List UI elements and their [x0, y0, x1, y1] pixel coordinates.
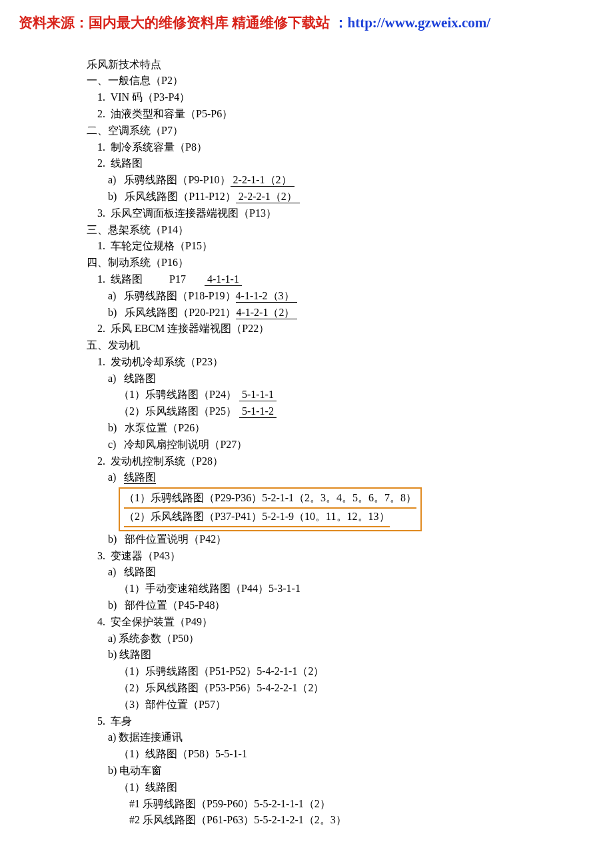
outline-line: 2. 乐风 EBCM 连接器端视图（P22）	[87, 321, 613, 337]
separator: ：	[330, 15, 347, 31]
outline-line: b) 线路图	[87, 647, 613, 663]
outline-line: （1）线路图（P58）5-5-1-1	[87, 746, 613, 763]
outline-line: 3. 变速器（P43）	[87, 548, 613, 565]
highlighted-link[interactable]: （1）乐骋线路图（P29-P36）5-2-1-1（2。3。4。5。6。7。8）	[124, 490, 416, 509]
outline-line: b) 部件位置（P45-P48）	[87, 597, 613, 614]
outline-line: b) 水泵位置（P26）	[87, 420, 613, 437]
source-label: 资料来源：	[19, 15, 89, 31]
reference-link[interactable]: 5-1-1-1	[239, 389, 277, 401]
outline-line: （1）手动变速箱线路图（P44）5-3-1-1	[87, 581, 613, 597]
outline-line: （1）线路图	[87, 779, 613, 796]
highlight-box: （1）乐骋线路图（P29-P36）5-2-1-1（2。3。4。5。6。7。8）（…	[119, 487, 422, 531]
outline-line: #1 乐骋线路图（P59-P60）5-5-2-1-1-1（2）	[87, 796, 613, 813]
outline-line: 4. 安全保护装置（P49）	[87, 614, 613, 631]
outline-line: 一、一般信息（P2）	[87, 73, 613, 89]
reference-link[interactable]: 线路图	[124, 471, 156, 484]
reference-link[interactable]: 5-1-1-2	[239, 405, 277, 418]
outline-line: a) 线路图	[87, 371, 613, 387]
page-header: 资料来源：国内最大的维修资料库 精通维修下载站 ：http://www.gzwe…	[0, 0, 613, 41]
line-text: a)	[87, 471, 124, 483]
outline-line: b) 乐风线路图（P20-P21）4-1-2-1（2）	[87, 305, 613, 321]
outline-line: 2. 油液类型和容量（P5-P6）	[87, 106, 613, 123]
outline-line: a) 数据连接通讯	[87, 729, 613, 746]
outline-line: #2 乐风线路图（P61-P63）5-5-2-1-2-1（2。3）	[87, 812, 613, 829]
outline-line: 5. 车身	[87, 713, 613, 730]
outline-line: a) 线路图	[87, 564, 613, 581]
outline-line: 1. 发动机冷却系统（P23）	[87, 354, 613, 371]
outline-line: 乐风新技术特点	[87, 57, 613, 73]
site-name: 国内最大的维修资料库 精通维修下载站	[89, 15, 330, 31]
reference-link[interactable]: 4-1-1-2（3）	[236, 290, 297, 303]
outline-line: a) 线路图	[87, 469, 613, 486]
line-text: （1）乐骋线路图（P24）	[87, 389, 239, 400]
outline-line: 三、悬架系统（P14）	[87, 222, 613, 239]
outline-line: （2）乐风线路图（P25） 5-1-1-2	[87, 403, 613, 420]
reference-link[interactable]: 2-2-1-1（2）	[231, 174, 295, 187]
outline-line: 五、发动机	[87, 337, 613, 354]
highlighted-link[interactable]: （2）乐风线路图（P37-P41）5-2-1-9（10。11。12。13）	[124, 509, 390, 527]
outline-line: （2）乐风线路图（P53-P56）5-4-2-2-1（2）	[87, 680, 613, 697]
outline-line: 1. 线路图 P17 4-1-1-1	[87, 271, 613, 288]
reference-link[interactable]: 4-1-1-1	[205, 273, 242, 286]
outline-line: b) 电动车窗	[87, 763, 613, 779]
outline-line: 2. 线路图	[87, 155, 613, 172]
line-text: b) 乐风线路图（P11-P12）	[87, 191, 236, 202]
outline-line: （3）部件位置（P57）	[87, 697, 613, 713]
source-url[interactable]: http://www.gzweix.com/	[348, 15, 491, 31]
outline-line: b) 乐风线路图（P11-P12） 2-2-2-1（2）	[87, 189, 613, 205]
line-text: b) 乐风线路图（P20-P21）	[87, 307, 236, 318]
outline-line: 3. 乐风空调面板连接器端视图（P13）	[87, 205, 613, 222]
line-text: 1. 线路图 P17	[87, 273, 205, 285]
line-text: a) 乐骋线路图（P9-P10）	[87, 174, 231, 185]
outline-line: （1）乐骋线路图（P24） 5-1-1-1	[87, 387, 613, 403]
outline-line: 四、制动系统（P16）	[87, 255, 613, 271]
outline-line: 1. 制冷系统容量（P8）	[87, 139, 613, 156]
reference-link[interactable]: 2-2-2-1（2）	[236, 191, 300, 203]
line-text: a) 乐骋线路图（P18-P19）	[87, 290, 236, 301]
outline-line: a) 系统参数（P50）	[87, 631, 613, 647]
outline-line: （1）乐骋线路图（P29-P36）5-2-1-1（2。3。4。5。6。7。8）（…	[87, 486, 613, 531]
document-body: 乐风新技术特点一、一般信息（P2） 1. VIN 码（P3-P4） 2. 油液类…	[0, 41, 613, 856]
outline-line: 1. 车轮定位规格（P15）	[87, 238, 613, 255]
outline-line: （1）乐骋线路图（P51-P52）5-4-2-1-1（2）	[87, 663, 613, 680]
line-text: （2）乐风线路图（P25）	[87, 405, 239, 417]
outline-line: c) 冷却风扇控制说明（P27）	[87, 437, 613, 453]
outline-line: a) 乐骋线路图（P18-P19）4-1-1-2（3）	[87, 288, 613, 305]
outline-line: b) 部件位置说明（P42）	[87, 531, 613, 548]
outline-line: 1. VIN 码（P3-P4）	[87, 89, 613, 106]
outline-line: a) 乐骋线路图（P9-P10） 2-2-1-1（2）	[87, 172, 613, 189]
outline-line: 2. 发动机控制系统（P28）	[87, 453, 613, 470]
reference-link[interactable]: 4-1-2-1（2）	[236, 307, 297, 319]
outline-line: 二、空调系统（P7）	[87, 123, 613, 139]
